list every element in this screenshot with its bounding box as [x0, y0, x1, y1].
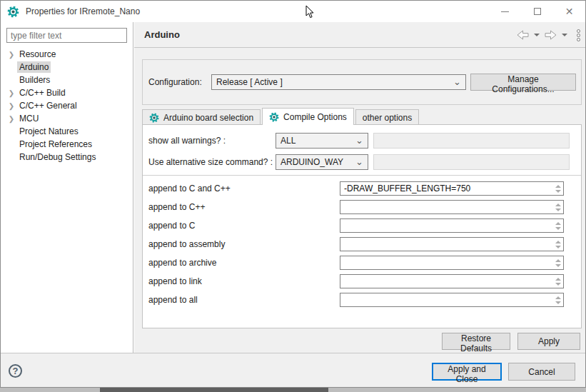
sidebar-item-arduino[interactable]: Arduino: [1, 61, 133, 74]
apply-and-close-button[interactable]: Apply and Close: [432, 363, 502, 381]
append-row: append to all: [143, 291, 581, 309]
size-command-select[interactable]: ARDUINO_WAY ⌄: [276, 154, 368, 170]
gear-app-icon: [7, 6, 19, 18]
chevron-down-icon: ⌄: [355, 159, 363, 166]
sidebar-item-builders[interactable]: Builders: [1, 74, 133, 86]
append-cpp-input[interactable]: [340, 200, 564, 214]
help-icon[interactable]: ?: [9, 364, 22, 378]
background-window-sliver: [0, 388, 586, 392]
spinner-icon[interactable]: [553, 238, 562, 250]
append-c-and-cpp-input[interactable]: [340, 181, 564, 196]
append-row: append to C: [143, 216, 581, 235]
sidebar-item-resource[interactable]: ❯ Resource: [1, 48, 133, 61]
append-archive-input[interactable]: [340, 256, 564, 270]
append-row: append to assembly: [143, 235, 581, 253]
sidebar: ❯ Resource Arduino Builders ❯ C/C++ Buil…: [1, 22, 133, 353]
chevron-right-icon[interactable]: ❯: [6, 115, 17, 123]
panel-separator: [143, 175, 581, 176]
restore-defaults-button[interactable]: Restore Defaults: [442, 333, 510, 350]
size-command-extra-field: [373, 154, 570, 170]
compile-options-panel: show all warnings? : ALL ⌄ Use alternati…: [142, 124, 582, 328]
page-header: Arduino: [134, 22, 586, 48]
append-link-input[interactable]: [340, 274, 564, 288]
chevron-down-icon: ⌄: [355, 137, 363, 144]
chevron-right-icon[interactable]: ❯: [6, 102, 17, 110]
spinner-icon[interactable]: [553, 201, 562, 213]
footer-bar: ? Apply and Close Cancel: [1, 353, 585, 388]
maximize-button[interactable]: [521, 1, 553, 22]
append-row: append to link: [143, 272, 581, 291]
tab-bar: Arduino board selection Compile Options …: [142, 108, 420, 125]
cancel-button[interactable]: Cancel: [508, 363, 575, 381]
warnings-extra-field: [373, 133, 570, 149]
append-row: append to C++: [143, 198, 581, 216]
title-bar[interactable]: Properties for IRremote_Nano ✕: [1, 1, 585, 22]
gear-icon: [269, 112, 279, 122]
back-history-dropdown-icon[interactable]: [534, 34, 540, 36]
chevron-right-icon[interactable]: ❯: [6, 51, 17, 59]
back-arrow-icon[interactable]: [517, 30, 529, 40]
sidebar-item-cpp-general[interactable]: ❯ C/C++ General: [1, 99, 133, 112]
chevron-down-icon: ⌄: [453, 79, 461, 86]
manage-configurations-button[interactable]: Manage Configurations...: [470, 74, 576, 91]
tab-arduino-board-selection[interactable]: Arduino board selection: [142, 109, 261, 125]
close-button[interactable]: ✕: [553, 1, 585, 22]
sidebar-item-run-debug[interactable]: Run/Debug Settings: [1, 151, 133, 164]
append-rows: append to C and C++ append to C++ append…: [143, 179, 581, 309]
append-row: append to archive: [143, 253, 581, 272]
configuration-select[interactable]: Release [ Active ] ⌄: [211, 74, 466, 90]
apply-button[interactable]: Apply: [517, 333, 580, 350]
chevron-right-icon[interactable]: ❯: [6, 89, 17, 97]
alternative-size-label: Use alternative size command? :: [148, 157, 273, 167]
sidebar-item-mcu[interactable]: ❯ MCU: [1, 112, 133, 125]
spinner-icon[interactable]: [553, 220, 562, 231]
gear-icon: [149, 113, 159, 123]
window-title: Properties for IRremote_Nano: [26, 6, 140, 16]
configuration-label: Configuration:: [148, 77, 211, 87]
spinner-icon[interactable]: [553, 257, 562, 268]
sidebar-item-cpp-build[interactable]: ❯ C/C++ Build: [1, 86, 133, 99]
page-title: Arduino: [144, 29, 180, 40]
sidebar-item-project-references[interactable]: Project References: [1, 138, 133, 151]
sidebar-item-project-natures[interactable]: Project Natures: [1, 125, 133, 138]
warnings-select[interactable]: ALL ⌄: [276, 133, 368, 149]
filter-input[interactable]: [6, 28, 127, 43]
tab-other-options[interactable]: other options: [355, 109, 419, 125]
forward-history-dropdown-icon[interactable]: [562, 34, 567, 36]
properties-tree: ❯ Resource Arduino Builders ❯ C/C++ Buil…: [1, 48, 133, 164]
view-menu-icon[interactable]: [577, 29, 580, 41]
minimize-button[interactable]: [489, 1, 521, 22]
spinner-icon[interactable]: [553, 294, 562, 306]
append-c-input[interactable]: [340, 218, 564, 233]
tab-compile-options[interactable]: Compile Options: [262, 108, 354, 125]
show-all-warnings-label: show all warnings? :: [148, 136, 226, 146]
append-all-input[interactable]: [340, 293, 564, 307]
spinner-icon[interactable]: [553, 276, 562, 287]
append-assembly-input[interactable]: [340, 237, 564, 251]
main-pane: Arduino Configuration: Release [ Active …: [134, 22, 586, 353]
properties-dialog: Properties for IRremote_Nano ✕ ❯ Resourc…: [0, 0, 586, 388]
spinner-icon[interactable]: [553, 183, 562, 194]
configuration-group: Configuration: Release [ Active ] ⌄ Mana…: [142, 59, 582, 105]
forward-arrow-icon[interactable]: [545, 30, 557, 40]
append-row: append to C and C++: [143, 179, 581, 198]
